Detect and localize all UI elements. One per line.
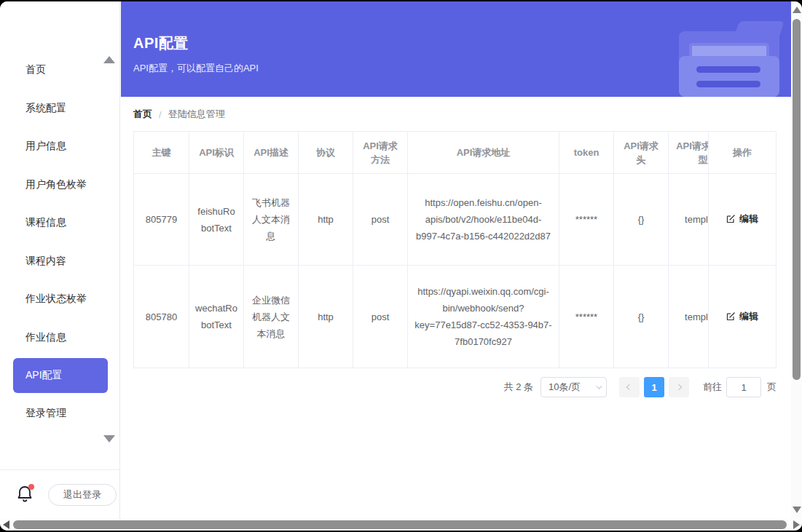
sidebar-item-course-content[interactable]: 课程内容 (0, 242, 119, 281)
cell-protocol: http (299, 174, 353, 266)
col-header-api-desc: API描述 (244, 132, 299, 174)
sidebar-item-user-role-enum[interactable]: 用户角色枚举 (0, 166, 119, 205)
scrollbar-up-icon[interactable] (793, 7, 801, 13)
sidebar-item-homework-status-enum[interactable]: 作业状态枚举 (0, 280, 119, 319)
notification-bell-icon[interactable] (16, 485, 35, 505)
col-header-body-type: API请求体类型 (669, 132, 709, 174)
sidebar-item-user-info[interactable]: 用户信息 (0, 127, 119, 166)
breadcrumb-home-link[interactable]: 首页 (133, 108, 152, 121)
cell-method: post (353, 266, 408, 368)
cell-api-key: wechatRobotText (189, 266, 244, 368)
cell-headers: {} (614, 266, 669, 368)
cell-action: 编辑 (709, 266, 777, 368)
col-header-api-key: API标识 (189, 132, 244, 174)
table-row: 805779 feishuRobotText 飞书机器人文本消息 http po… (134, 174, 777, 266)
col-header-method: API请求方法 (353, 132, 408, 174)
cell-method: post (353, 174, 408, 266)
page-size-select[interactable]: 10条/页 (540, 377, 607, 397)
cell-api-key: feishuRobotText (189, 174, 244, 266)
page-unit-label: 页 (767, 381, 777, 394)
cell-api-desc: 企业微信机器人文本消息 (244, 266, 299, 368)
main-content: API配置 API配置，可以配置自己的API 首页 / 登陆信息管理 (121, 1, 791, 519)
edit-button[interactable]: 编辑 (726, 308, 758, 325)
folder-icon (677, 11, 782, 97)
table-row: 805780 wechatRobotText 企业微信机器人文本消息 http … (134, 266, 777, 368)
chevron-left-icon (626, 384, 632, 390)
cell-body-type: template (669, 266, 709, 368)
scrollbar-left-icon[interactable] (3, 520, 9, 529)
col-header-action: 操作 (709, 132, 777, 174)
col-header-protocol: 协议 (299, 132, 353, 174)
menu-scroll-up-icon[interactable] (103, 56, 115, 63)
edit-button[interactable]: 编辑 (726, 210, 758, 227)
vertical-scrollbar-thumb[interactable] (793, 19, 801, 380)
chevron-right-icon (676, 384, 682, 390)
vertical-scrollbar[interactable] (791, 1, 802, 519)
breadcrumb-current: 登陆信息管理 (168, 108, 225, 121)
scrollbar-right-icon[interactable] (793, 520, 800, 529)
sidebar-item-home[interactable]: 首页 (0, 51, 119, 90)
cell-headers: {} (614, 174, 669, 266)
col-header-token: token (559, 132, 614, 174)
cell-token: ****** (559, 266, 614, 368)
horizontal-scrollbar[interactable] (0, 519, 802, 531)
scrollbar-down-icon[interactable] (793, 507, 801, 513)
sidebar: 首页 系统配置 用户信息 用户角色枚举 课程信息 课程内容 作业状态枚举 作业信… (0, 1, 120, 519)
goto-page-input[interactable] (726, 377, 761, 397)
col-header-id: 主键 (134, 132, 189, 174)
goto-label: 前往 (703, 381, 722, 394)
logout-button[interactable]: 退出登录 (48, 484, 117, 506)
page-banner: API配置 API配置，可以配置自己的API (121, 1, 791, 97)
breadcrumb-separator: / (159, 109, 162, 120)
sidebar-footer: 退出登录 (0, 469, 119, 519)
next-page-button[interactable] (669, 377, 689, 397)
page-number-button[interactable]: 1 (644, 377, 664, 397)
menu-scroll-down-icon[interactable] (103, 435, 115, 442)
cell-url: https://qyapi.weixin.qq.com/cgi-bin/webh… (408, 266, 559, 368)
prev-page-button[interactable] (619, 377, 640, 397)
edit-icon (726, 214, 736, 223)
sidebar-item-login-manage[interactable]: 登录管理 (0, 394, 119, 433)
col-header-headers: API请求头 (614, 132, 669, 174)
pagination-total: 共 2 条 (504, 381, 533, 394)
cell-action: 编辑 (709, 174, 777, 266)
cell-id: 805779 (134, 174, 189, 266)
horizontal-scrollbar-thumb[interactable] (13, 520, 787, 529)
api-table: 主键 API标识 API描述 协议 API请求方法 API请求地址 token … (133, 131, 777, 368)
sidebar-item-homework-info[interactable]: 作业信息 (0, 319, 119, 357)
sidebar-menu: 首页 系统配置 用户信息 用户角色枚举 课程信息 课程内容 作业状态枚举 作业信… (0, 1, 119, 433)
cell-id: 805780 (134, 266, 189, 368)
page-size-value: 10条/页 (549, 381, 581, 394)
cell-token: ****** (559, 174, 614, 266)
sidebar-item-system-config[interactable]: 系统配置 (0, 90, 119, 128)
breadcrumb: 首页 / 登陆信息管理 (133, 108, 791, 121)
table-header-row: 主键 API标识 API描述 协议 API请求方法 API请求地址 token … (134, 132, 777, 174)
cell-body-type: template (669, 174, 709, 266)
col-header-url: API请求地址 (408, 132, 559, 174)
cell-protocol: http (299, 266, 353, 368)
app-window: 首页 系统配置 用户信息 用户角色枚举 课程信息 课程内容 作业状态枚举 作业信… (0, 1, 802, 531)
chevron-down-icon (596, 383, 602, 389)
cell-url: https://open.feishu.cn/open-apis/bot/v2/… (408, 174, 559, 266)
cell-api-desc: 飞书机器人文本消息 (244, 174, 299, 266)
sidebar-item-course-info[interactable]: 课程信息 (0, 204, 119, 242)
pagination: 共 2 条 10条/页 1 前往 页 (121, 377, 777, 397)
edit-icon (726, 311, 736, 321)
sidebar-item-api-config[interactable]: API配置 (13, 358, 108, 393)
notification-dot (28, 484, 34, 490)
